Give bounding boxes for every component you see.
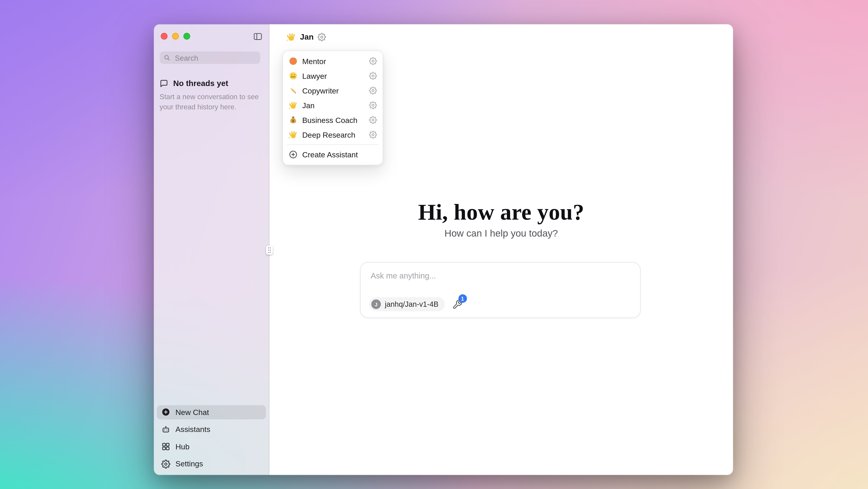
search-icon bbox=[164, 54, 170, 61]
current-assistant-name: Jan bbox=[300, 32, 314, 41]
orange-circle-icon bbox=[289, 57, 298, 66]
wave-icon bbox=[289, 101, 298, 110]
menu-item-label: Jan bbox=[302, 101, 314, 110]
menu-item-label: Lawyer bbox=[302, 71, 327, 80]
create-assistant-button[interactable]: Create Assistant bbox=[286, 147, 380, 162]
sidebar-item-label: Settings bbox=[176, 460, 203, 468]
menu-item-jan[interactable]: Jan bbox=[286, 98, 380, 113]
minimize-button[interactable] bbox=[172, 33, 179, 40]
assistant-gear-icon[interactable] bbox=[318, 33, 326, 41]
assistant-menu: Mentor Lawyer Copywriter Jan bbox=[283, 51, 383, 165]
menu-item-label: Copywriter bbox=[302, 86, 339, 95]
sidebar-item-label: Hub bbox=[176, 442, 189, 451]
menu-separator bbox=[287, 145, 379, 145]
sidebar-item-settings[interactable]: Settings bbox=[157, 457, 266, 471]
menu-item-label: Deep Research bbox=[302, 130, 355, 139]
main-content: Jan Mentor Lawyer Copywriter bbox=[270, 25, 733, 475]
menu-item-deep-research[interactable]: Deep Research bbox=[286, 127, 380, 142]
new-chat-icon bbox=[161, 407, 170, 417]
assistant-settings-icon[interactable] bbox=[369, 57, 377, 65]
grip-dots-icon bbox=[267, 247, 272, 253]
sidebar-item-label: New Chat bbox=[176, 408, 209, 416]
composer-toolbar: J janhq/Jan-v1-4B 1 bbox=[369, 297, 462, 311]
plus-circle-icon bbox=[289, 150, 298, 159]
app-window: No threads yet Start a new conversation … bbox=[154, 25, 733, 475]
tools-button[interactable]: 1 bbox=[452, 299, 462, 309]
close-button[interactable] bbox=[161, 33, 167, 40]
assistant-settings-icon[interactable] bbox=[369, 101, 377, 109]
assistant-settings-icon[interactable] bbox=[369, 116, 377, 124]
tools-count-badge: 1 bbox=[458, 294, 467, 303]
wave-icon bbox=[286, 32, 296, 42]
sidebar: No threads yet Start a new conversation … bbox=[154, 25, 270, 475]
window-controls bbox=[161, 33, 190, 40]
model-selector-chip[interactable]: J janhq/Jan-v1-4B bbox=[369, 297, 445, 311]
model-avatar: J bbox=[371, 300, 381, 309]
menu-item-mentor[interactable]: Mentor bbox=[286, 54, 380, 69]
sidebar-item-hub[interactable]: Hub bbox=[157, 439, 266, 454]
sidebar-item-assistants[interactable]: Assistants bbox=[157, 422, 266, 436]
chat-bubble-icon bbox=[160, 79, 168, 88]
sidebar-toggle-button[interactable] bbox=[253, 32, 263, 41]
create-assistant-label: Create Assistant bbox=[302, 150, 358, 159]
settings-icon bbox=[161, 459, 170, 468]
greeting: Hi, how are you? How can I help you toda… bbox=[270, 199, 733, 240]
search-field[interactable] bbox=[160, 52, 260, 64]
empty-state-title: No threads yet bbox=[173, 79, 228, 88]
sidebar-item-new-chat[interactable]: New Chat bbox=[157, 405, 266, 419]
zoom-button[interactable] bbox=[183, 33, 190, 40]
threads-empty-state: No threads yet Start a new conversation … bbox=[160, 79, 263, 112]
sidebar-item-label: Assistants bbox=[176, 425, 210, 434]
sidebar-resize-handle[interactable] bbox=[266, 246, 273, 255]
message-input[interactable] bbox=[370, 271, 631, 281]
panel-left-icon bbox=[253, 32, 263, 41]
greeting-subtitle: How can I help you today? bbox=[270, 228, 733, 240]
menu-item-label: Mentor bbox=[302, 57, 326, 65]
empty-state-description: Start a new conversation to see your thr… bbox=[160, 92, 259, 112]
menu-item-lawyer[interactable]: Lawyer bbox=[286, 69, 380, 83]
search-input[interactable] bbox=[174, 53, 256, 63]
model-name: janhq/Jan-v1-4B bbox=[385, 300, 438, 309]
main-header: Jan bbox=[270, 25, 733, 49]
menu-item-copywriter[interactable]: Copywriter bbox=[286, 83, 380, 98]
money-bag-icon bbox=[289, 116, 298, 124]
composer-card: J janhq/Jan-v1-4B 1 bbox=[360, 262, 641, 318]
menu-item-label: Business Coach bbox=[302, 116, 358, 124]
assistant-settings-icon[interactable] bbox=[369, 87, 377, 95]
assistants-icon bbox=[161, 425, 170, 434]
greeting-title: Hi, how are you? bbox=[270, 199, 733, 226]
hub-icon bbox=[161, 442, 170, 451]
assistant-settings-icon[interactable] bbox=[369, 72, 377, 80]
assistant-settings-icon[interactable] bbox=[369, 131, 377, 139]
sidebar-nav: New Chat Assistants Hub Settings bbox=[157, 405, 266, 471]
zipper-face-icon bbox=[289, 71, 298, 80]
assistant-selector-button[interactable]: Jan bbox=[283, 30, 330, 44]
desktop-background: No threads yet Start a new conversation … bbox=[0, 0, 868, 489]
pencil-icon bbox=[289, 86, 298, 95]
menu-item-business-coach[interactable]: Business Coach bbox=[286, 113, 380, 127]
wave-icon bbox=[289, 130, 298, 139]
